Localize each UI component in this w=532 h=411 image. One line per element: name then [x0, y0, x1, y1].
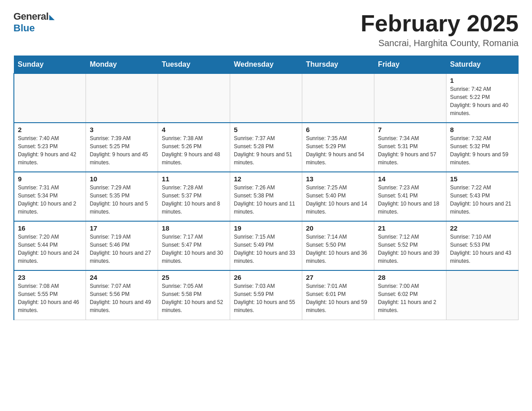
day-info: Sunrise: 7:00 AMSunset: 6:02 PMDaylight:…: [378, 282, 442, 314]
calendar-cell: 17Sunrise: 7:19 AMSunset: 5:46 PMDayligh…: [86, 221, 158, 270]
weekday-header-wednesday: Wednesday: [230, 56, 302, 74]
calendar-cell: 4Sunrise: 7:38 AMSunset: 5:26 PMDaylight…: [158, 123, 230, 172]
calendar-title: February 2025: [360, 11, 519, 36]
calendar-cell: 25Sunrise: 7:05 AMSunset: 5:58 PMDayligh…: [158, 270, 230, 320]
day-number: 21: [378, 224, 442, 232]
day-number: 26: [234, 274, 298, 281]
calendar-cell: 27Sunrise: 7:01 AMSunset: 6:01 PMDayligh…: [302, 270, 374, 320]
day-number: 18: [162, 224, 226, 232]
calendar-cell: 11Sunrise: 7:28 AMSunset: 5:37 PMDayligh…: [158, 172, 230, 221]
calendar-cell: 9Sunrise: 7:31 AMSunset: 5:34 PMDaylight…: [14, 172, 86, 221]
day-info: Sunrise: 7:15 AMSunset: 5:49 PMDaylight:…: [234, 233, 298, 265]
day-info: Sunrise: 7:19 AMSunset: 5:46 PMDaylight:…: [90, 233, 154, 265]
day-number: 14: [378, 175, 442, 183]
calendar-cell: 8Sunrise: 7:32 AMSunset: 5:32 PMDaylight…: [446, 123, 519, 172]
calendar-cell: 26Sunrise: 7:03 AMSunset: 5:59 PMDayligh…: [230, 270, 302, 320]
calendar-week-1: 1Sunrise: 7:42 AMSunset: 5:22 PMDaylight…: [14, 73, 519, 123]
day-info: Sunrise: 7:12 AMSunset: 5:52 PMDaylight:…: [378, 233, 442, 265]
day-info: Sunrise: 7:42 AMSunset: 5:22 PMDaylight:…: [450, 85, 515, 117]
day-number: 3: [90, 126, 154, 133]
calendar-cell: [302, 73, 374, 123]
day-info: Sunrise: 7:32 AMSunset: 5:32 PMDaylight:…: [450, 134, 515, 167]
day-number: 1: [450, 77, 515, 84]
day-info: Sunrise: 7:38 AMSunset: 5:26 PMDaylight:…: [162, 134, 226, 167]
day-info: Sunrise: 7:34 AMSunset: 5:31 PMDaylight:…: [378, 134, 442, 167]
day-info: Sunrise: 7:37 AMSunset: 5:28 PMDaylight:…: [234, 134, 298, 167]
calendar-header: SundayMondayTuesdayWednesdayThursdayFrid…: [14, 56, 519, 74]
day-number: 19: [234, 224, 298, 232]
day-number: 2: [18, 126, 82, 133]
calendar-cell: 22Sunrise: 7:10 AMSunset: 5:53 PMDayligh…: [446, 221, 519, 270]
logo: General Blue: [13, 11, 55, 34]
calendar-cell: 19Sunrise: 7:15 AMSunset: 5:49 PMDayligh…: [230, 221, 302, 270]
day-info: Sunrise: 7:26 AMSunset: 5:38 PMDaylight:…: [234, 184, 298, 216]
day-info: Sunrise: 7:20 AMSunset: 5:44 PMDaylight:…: [18, 233, 82, 265]
day-info: Sunrise: 7:01 AMSunset: 6:01 PMDaylight:…: [306, 282, 370, 314]
calendar-body: 1Sunrise: 7:42 AMSunset: 5:22 PMDaylight…: [14, 73, 519, 320]
day-info: Sunrise: 7:17 AMSunset: 5:47 PMDaylight:…: [162, 233, 226, 265]
calendar-cell: [446, 270, 519, 320]
calendar-cell: 13Sunrise: 7:25 AMSunset: 5:40 PMDayligh…: [302, 172, 374, 221]
day-info: Sunrise: 7:23 AMSunset: 5:41 PMDaylight:…: [378, 184, 442, 216]
day-number: 20: [306, 224, 370, 232]
weekday-header-sunday: Sunday: [14, 56, 86, 74]
day-info: Sunrise: 7:29 AMSunset: 5:35 PMDaylight:…: [90, 184, 154, 216]
calendar-week-2: 2Sunrise: 7:40 AMSunset: 5:23 PMDaylight…: [14, 123, 519, 172]
day-info: Sunrise: 7:07 AMSunset: 5:56 PMDaylight:…: [90, 282, 154, 314]
calendar-cell: 20Sunrise: 7:14 AMSunset: 5:50 PMDayligh…: [302, 221, 374, 270]
day-number: 25: [162, 274, 226, 281]
weekday-header-row: SundayMondayTuesdayWednesdayThursdayFrid…: [14, 56, 519, 74]
calendar-cell: 14Sunrise: 7:23 AMSunset: 5:41 PMDayligh…: [374, 172, 446, 221]
day-info: Sunrise: 7:14 AMSunset: 5:50 PMDaylight:…: [306, 233, 370, 265]
calendar-cell: [14, 73, 86, 123]
weekday-header-friday: Friday: [374, 56, 446, 74]
day-info: Sunrise: 7:22 AMSunset: 5:43 PMDaylight:…: [450, 184, 515, 216]
calendar-cell: 18Sunrise: 7:17 AMSunset: 5:47 PMDayligh…: [158, 221, 230, 270]
day-number: 16: [18, 224, 82, 232]
calendar-cell: 1Sunrise: 7:42 AMSunset: 5:22 PMDaylight…: [446, 73, 519, 123]
calendar-cell: 6Sunrise: 7:35 AMSunset: 5:29 PMDaylight…: [302, 123, 374, 172]
day-info: Sunrise: 7:25 AMSunset: 5:40 PMDaylight:…: [306, 184, 370, 216]
calendar-cell: 2Sunrise: 7:40 AMSunset: 5:23 PMDaylight…: [14, 123, 86, 172]
day-info: Sunrise: 7:35 AMSunset: 5:29 PMDaylight:…: [306, 134, 370, 167]
logo-arrow-icon: [49, 15, 55, 20]
calendar-week-3: 9Sunrise: 7:31 AMSunset: 5:34 PMDaylight…: [14, 172, 519, 221]
day-number: 22: [450, 224, 515, 232]
calendar-cell: 3Sunrise: 7:39 AMSunset: 5:25 PMDaylight…: [86, 123, 158, 172]
logo-general-text: General: [13, 11, 48, 22]
day-info: Sunrise: 7:40 AMSunset: 5:23 PMDaylight:…: [18, 134, 82, 167]
day-info: Sunrise: 7:05 AMSunset: 5:58 PMDaylight:…: [162, 282, 226, 314]
calendar-cell: 5Sunrise: 7:37 AMSunset: 5:28 PMDaylight…: [230, 123, 302, 172]
calendar-cell: 10Sunrise: 7:29 AMSunset: 5:35 PMDayligh…: [86, 172, 158, 221]
calendar-cell: 15Sunrise: 7:22 AMSunset: 5:43 PMDayligh…: [446, 172, 519, 221]
day-number: 27: [306, 274, 370, 281]
weekday-header-tuesday: Tuesday: [158, 56, 230, 74]
day-number: 10: [90, 175, 154, 183]
calendar-week-4: 16Sunrise: 7:20 AMSunset: 5:44 PMDayligh…: [14, 221, 519, 270]
day-number: 6: [306, 126, 370, 133]
day-number: 5: [234, 126, 298, 133]
day-number: 28: [378, 274, 442, 281]
title-section: February 2025 Sancrai, Harghita County, …: [360, 11, 519, 48]
day-info: Sunrise: 7:39 AMSunset: 5:25 PMDaylight:…: [90, 134, 154, 167]
day-info: Sunrise: 7:10 AMSunset: 5:53 PMDaylight:…: [450, 233, 515, 265]
day-number: 9: [18, 175, 82, 183]
day-number: 7: [378, 126, 442, 133]
day-number: 8: [450, 126, 515, 133]
day-number: 17: [90, 224, 154, 232]
calendar-table: SundayMondayTuesdayWednesdayThursdayFrid…: [13, 56, 519, 320]
day-number: 15: [450, 175, 515, 183]
day-info: Sunrise: 7:08 AMSunset: 5:55 PMDaylight:…: [18, 282, 82, 314]
day-number: 24: [90, 274, 154, 281]
calendar-subtitle: Sancrai, Harghita County, Romania: [360, 38, 519, 48]
calendar-cell: 21Sunrise: 7:12 AMSunset: 5:52 PMDayligh…: [374, 221, 446, 270]
day-number: 4: [162, 126, 226, 133]
day-number: 23: [18, 274, 82, 281]
calendar-cell: [374, 73, 446, 123]
calendar-cell: 23Sunrise: 7:08 AMSunset: 5:55 PMDayligh…: [14, 270, 86, 320]
day-info: Sunrise: 7:03 AMSunset: 5:59 PMDaylight:…: [234, 282, 298, 314]
weekday-header-monday: Monday: [86, 56, 158, 74]
calendar-cell: 16Sunrise: 7:20 AMSunset: 5:44 PMDayligh…: [14, 221, 86, 270]
weekday-header-saturday: Saturday: [446, 56, 519, 74]
logo-blue-text: Blue: [13, 22, 35, 34]
